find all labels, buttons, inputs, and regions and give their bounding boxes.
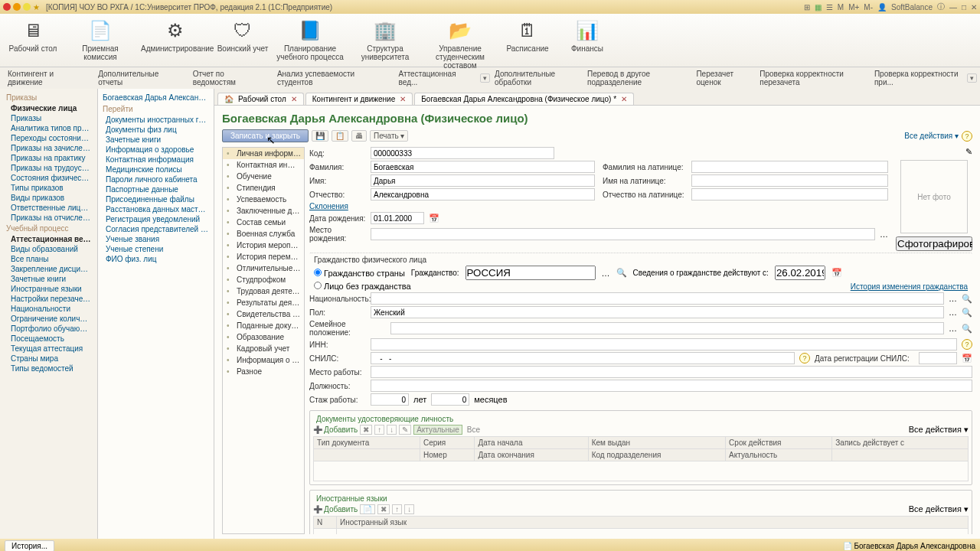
nav-item[interactable]: Виды приказов bbox=[0, 193, 97, 203]
doc-sidebar-item[interactable]: Военная служба bbox=[223, 228, 304, 240]
center-link[interactable]: Паспортные данные bbox=[103, 184, 209, 194]
toolbar-item-5[interactable]: 🏢Структура университета bbox=[351, 17, 420, 61]
name-lat-field[interactable] bbox=[691, 174, 888, 187]
months-field[interactable] bbox=[431, 393, 469, 406]
toolbar-item-2[interactable]: ⚙Администрирование bbox=[141, 17, 210, 53]
nav-item[interactable]: Текущая аттестация bbox=[0, 344, 97, 354]
declension-link[interactable]: Склонения bbox=[309, 202, 348, 210]
ribbon-link[interactable]: Анализ успеваемости студентов bbox=[273, 67, 393, 90]
calendar-icon[interactable]: 📅 bbox=[962, 354, 972, 364]
pob-lookup[interactable]: … bbox=[880, 230, 888, 239]
doc-sidebar-item[interactable]: Результаты деятельности bbox=[223, 297, 304, 308]
center-link[interactable]: Медицинские полисы bbox=[103, 165, 209, 174]
close-icon[interactable]: ✕ bbox=[400, 95, 406, 103]
code-field[interactable] bbox=[371, 147, 554, 159]
center-link[interactable]: ФИО физ. лиц bbox=[103, 254, 209, 264]
surname-lat-field[interactable] bbox=[691, 161, 888, 173]
nav-item[interactable]: Приказы на трудоустройс... bbox=[0, 163, 97, 173]
name-field[interactable] bbox=[371, 174, 595, 187]
doc-icon[interactable]: ▦ bbox=[815, 3, 822, 11]
doc-sidebar-item[interactable]: Образование bbox=[223, 331, 304, 343]
family-field[interactable] bbox=[390, 322, 944, 334]
doc-sidebar-item[interactable]: Отличительные признаки bbox=[223, 262, 304, 274]
close-icon[interactable]: ✕ bbox=[971, 3, 977, 11]
nav-item[interactable]: Переходы состояний физи... bbox=[0, 133, 97, 143]
ribbon-link[interactable]: Аттестационная вед... bbox=[394, 67, 479, 90]
toolbar-item-7[interactable]: 🗓Расписание bbox=[501, 17, 554, 53]
ribbon-link[interactable]: Проверка корректности при... bbox=[870, 67, 965, 90]
history-button[interactable]: История... bbox=[5, 540, 54, 552]
calendar-icon[interactable]: 📅 bbox=[831, 268, 842, 278]
take-photo-button[interactable]: Сфотографировать bbox=[896, 236, 972, 251]
doc-tab-2[interactable]: Богаевская Дарья Александровна (Физическ… bbox=[414, 93, 634, 105]
work-field[interactable] bbox=[371, 366, 972, 378]
citizenship-history-link[interactable]: История изменения гражданства bbox=[851, 282, 968, 291]
photo-edit-icon[interactable]: ✎ bbox=[965, 147, 972, 157]
doc-sidebar-item[interactable]: Поданные документы bbox=[223, 320, 304, 331]
doc-sidebar-item[interactable]: Информация о здоровье bbox=[223, 354, 304, 366]
center-link[interactable]: Регистрация уведомлений bbox=[103, 214, 209, 224]
position-field[interactable] bbox=[371, 380, 972, 392]
print-icon[interactable]: 🖶 bbox=[351, 130, 367, 142]
center-link[interactable]: Согласия представителей объектов bbox=[103, 224, 209, 234]
doc-tab-0[interactable]: 🏠Рабочий стол✕ bbox=[217, 93, 304, 105]
toolbar-item-4[interactable]: 📘Планирование учебного процесса bbox=[276, 17, 345, 61]
center-link[interactable]: Ученые степени bbox=[103, 244, 209, 254]
nav-item[interactable]: Аттестационная ведо... bbox=[0, 234, 97, 244]
years-field[interactable] bbox=[371, 393, 409, 406]
nav-item[interactable]: Типы ведомостей bbox=[0, 364, 97, 373]
save-button[interactable]: Записать и закрыть bbox=[222, 129, 309, 142]
ribbon-more[interactable]: ▾ bbox=[967, 73, 977, 83]
calc-icon[interactable]: ☰ bbox=[826, 3, 833, 11]
doc-sidebar-item[interactable]: История мероприятий bbox=[223, 240, 304, 251]
snils-field[interactable] bbox=[371, 352, 795, 364]
nav-item[interactable]: Приказы на зачисление bbox=[0, 143, 97, 153]
nav-item[interactable]: Посещаемость bbox=[0, 334, 97, 344]
nav-item[interactable]: Ограничение количества ... bbox=[0, 314, 97, 324]
nav-item[interactable]: Виды образований bbox=[0, 244, 97, 254]
toolbar-item-6[interactable]: 📂Управление студенческим составом bbox=[426, 17, 495, 70]
nav-item[interactable]: Портфолио обучающихся bbox=[0, 324, 97, 334]
ribbon-link[interactable]: Дополнительные отчеты bbox=[93, 67, 187, 90]
copy-icon[interactable]: 📋 bbox=[332, 130, 348, 142]
inn-field[interactable] bbox=[371, 338, 957, 350]
grid-icon[interactable]: ⊞ bbox=[804, 3, 810, 11]
citizenship-date-field[interactable] bbox=[775, 266, 825, 280]
center-link[interactable]: Пароли личного кабинета bbox=[103, 174, 209, 184]
nav-item[interactable]: Ответственные лица прик... bbox=[0, 203, 97, 213]
minimize-icon[interactable]: — bbox=[949, 3, 957, 11]
all-actions[interactable]: Все действия ▾ bbox=[904, 132, 959, 140]
nationality-field[interactable] bbox=[371, 292, 944, 305]
center-title[interactable]: Богаевская Дарья Александро... bbox=[103, 92, 209, 103]
ribbon-link[interactable]: Контингент и движение bbox=[3, 67, 92, 90]
citizenship-field[interactable] bbox=[466, 266, 596, 280]
nav-item[interactable]: Приказы на отчисление bbox=[0, 213, 97, 223]
nav-item[interactable]: Физические лица bbox=[0, 103, 97, 113]
sex-field[interactable] bbox=[371, 306, 944, 318]
nav-item[interactable]: Зачетные книги bbox=[0, 274, 97, 284]
nav-item[interactable]: Все планы bbox=[0, 254, 97, 264]
doc-sidebar-item[interactable]: Стипендия bbox=[223, 182, 304, 194]
dob-field[interactable] bbox=[371, 212, 424, 224]
doc-sidebar-item[interactable]: Трудовая деятельность bbox=[223, 285, 304, 297]
doc-sidebar-item[interactable]: Успеваемость bbox=[223, 194, 304, 205]
ribbon-link[interactable]: Проверка корректности перезачета bbox=[755, 67, 868, 90]
toolbar-item-1[interactable]: 📄Приемная комиссия bbox=[66, 17, 135, 61]
doc-sidebar-item[interactable]: Обучение bbox=[223, 171, 304, 182]
center-link[interactable]: Зачетные книги bbox=[103, 135, 209, 145]
all-filter[interactable]: Все bbox=[465, 425, 482, 434]
ribbon-link[interactable]: Перезачет оценок bbox=[691, 67, 753, 90]
center-link[interactable]: Ученые звания bbox=[103, 234, 209, 244]
snils-reg-field[interactable] bbox=[919, 352, 957, 364]
doc-sidebar-item[interactable]: Разное bbox=[223, 366, 304, 377]
add-lang-button[interactable]: ➕ Добавить bbox=[313, 505, 358, 514]
ribbon-link[interactable]: Отчет по ведомостям bbox=[188, 67, 271, 90]
surname-field[interactable] bbox=[371, 161, 595, 173]
nav-item[interactable]: Приказы bbox=[0, 113, 97, 123]
patr-lat-field[interactable] bbox=[691, 188, 888, 201]
toolbar-item-8[interactable]: 📊Финансы bbox=[560, 17, 614, 53]
toolbar-item-3[interactable]: 🛡Воинский учет bbox=[216, 17, 270, 53]
nav-item[interactable]: Состояния физических лиц bbox=[0, 173, 97, 183]
ribbon-link[interactable]: Перевод в другое подразделение bbox=[583, 67, 690, 90]
doc-sidebar-item[interactable]: Контактная информация bbox=[223, 159, 304, 171]
